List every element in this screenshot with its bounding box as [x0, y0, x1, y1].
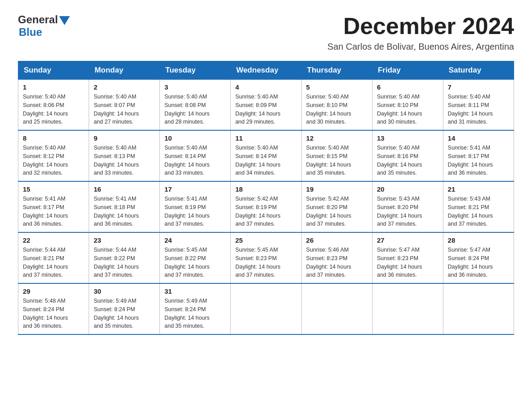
header-friday: Friday [372, 61, 443, 80]
day-info: Sunrise: 5:40 AMSunset: 8:09 PMDaylight:… [235, 93, 296, 126]
day-info: Sunrise: 5:47 AMSunset: 8:23 PMDaylight:… [377, 246, 438, 279]
day-info: Sunrise: 5:45 AMSunset: 8:22 PMDaylight:… [164, 246, 226, 279]
calendar-cell: 22Sunrise: 5:44 AMSunset: 8:21 PMDayligh… [18, 232, 89, 283]
calendar-cell: 24Sunrise: 5:45 AMSunset: 8:22 PMDayligh… [160, 232, 231, 283]
day-info: Sunrise: 5:46 AMSunset: 8:23 PMDaylight:… [306, 246, 368, 279]
calendar-week-row: 8Sunrise: 5:40 AMSunset: 8:12 PMDaylight… [18, 130, 514, 181]
page-header: General Blue December 2024 San Carlos de… [18, 13, 514, 52]
day-number: 26 [306, 236, 368, 244]
calendar-cell: 20Sunrise: 5:43 AMSunset: 8:20 PMDayligh… [372, 181, 443, 232]
day-number: 8 [23, 134, 84, 142]
header-saturday: Saturday [443, 61, 514, 80]
day-number: 25 [235, 236, 296, 244]
header-tuesday: Tuesday [160, 61, 231, 80]
day-info: Sunrise: 5:40 AMSunset: 8:16 PMDaylight:… [377, 144, 438, 177]
day-info: Sunrise: 5:44 AMSunset: 8:22 PMDaylight:… [94, 246, 155, 279]
day-info: Sunrise: 5:40 AMSunset: 8:07 PMDaylight:… [94, 93, 155, 126]
day-number: 16 [94, 185, 155, 193]
day-number: 23 [94, 236, 155, 244]
logo-triangle-icon [59, 16, 70, 25]
day-number: 13 [377, 134, 438, 142]
day-number: 9 [94, 134, 155, 142]
day-number: 21 [448, 185, 509, 193]
calendar-cell: 8Sunrise: 5:40 AMSunset: 8:12 PMDaylight… [18, 130, 89, 181]
calendar-week-row: 22Sunrise: 5:44 AMSunset: 8:21 PMDayligh… [18, 232, 514, 283]
day-info: Sunrise: 5:40 AMSunset: 8:14 PMDaylight:… [235, 144, 296, 177]
location-subtitle: San Carlos de Bolivar, Buenos Aires, Arg… [327, 42, 514, 52]
day-info: Sunrise: 5:47 AMSunset: 8:24 PMDaylight:… [448, 246, 509, 279]
day-number: 20 [377, 185, 438, 193]
day-info: Sunrise: 5:40 AMSunset: 8:10 PMDaylight:… [377, 93, 438, 126]
calendar-cell [301, 283, 372, 334]
calendar-cell: 3Sunrise: 5:40 AMSunset: 8:08 PMDaylight… [160, 80, 231, 131]
calendar-cell: 27Sunrise: 5:47 AMSunset: 8:23 PMDayligh… [372, 232, 443, 283]
title-section: December 2024 San Carlos de Bolivar, Bue… [327, 13, 514, 52]
calendar-cell [372, 283, 443, 334]
calendar-cell: 23Sunrise: 5:44 AMSunset: 8:22 PMDayligh… [89, 232, 160, 283]
day-info: Sunrise: 5:45 AMSunset: 8:23 PMDaylight:… [235, 246, 296, 279]
day-number: 31 [164, 287, 226, 295]
day-info: Sunrise: 5:41 AMSunset: 8:17 PMDaylight:… [23, 195, 84, 228]
calendar-cell: 15Sunrise: 5:41 AMSunset: 8:17 PMDayligh… [18, 181, 89, 232]
calendar-cell: 5Sunrise: 5:40 AMSunset: 8:10 PMDaylight… [301, 80, 372, 131]
day-info: Sunrise: 5:40 AMSunset: 8:15 PMDaylight:… [306, 144, 368, 177]
calendar-cell: 31Sunrise: 5:49 AMSunset: 8:24 PMDayligh… [160, 283, 231, 334]
day-info: Sunrise: 5:41 AMSunset: 8:18 PMDaylight:… [94, 195, 155, 228]
calendar-cell: 9Sunrise: 5:40 AMSunset: 8:13 PMDaylight… [89, 130, 160, 181]
header-monday: Monday [89, 61, 160, 80]
day-info: Sunrise: 5:40 AMSunset: 8:14 PMDaylight:… [164, 144, 226, 177]
calendar-cell: 1Sunrise: 5:40 AMSunset: 8:06 PMDaylight… [18, 80, 89, 131]
calendar-cell: 7Sunrise: 5:40 AMSunset: 8:11 PMDaylight… [443, 80, 514, 131]
day-info: Sunrise: 5:40 AMSunset: 8:12 PMDaylight:… [23, 144, 84, 177]
day-number: 14 [448, 134, 509, 142]
calendar-week-row: 15Sunrise: 5:41 AMSunset: 8:17 PMDayligh… [18, 181, 514, 232]
calendar-cell: 30Sunrise: 5:49 AMSunset: 8:24 PMDayligh… [89, 283, 160, 334]
calendar-cell: 6Sunrise: 5:40 AMSunset: 8:10 PMDaylight… [372, 80, 443, 131]
calendar-week-row: 29Sunrise: 5:48 AMSunset: 8:24 PMDayligh… [18, 283, 514, 334]
day-info: Sunrise: 5:40 AMSunset: 8:06 PMDaylight:… [23, 93, 84, 126]
calendar-cell: 14Sunrise: 5:41 AMSunset: 8:17 PMDayligh… [443, 130, 514, 181]
calendar-cell: 29Sunrise: 5:48 AMSunset: 8:24 PMDayligh… [18, 283, 89, 334]
day-number: 17 [164, 185, 226, 193]
calendar-cell: 16Sunrise: 5:41 AMSunset: 8:18 PMDayligh… [89, 181, 160, 232]
day-info: Sunrise: 5:41 AMSunset: 8:19 PMDaylight:… [164, 195, 226, 228]
day-info: Sunrise: 5:49 AMSunset: 8:24 PMDaylight:… [94, 297, 155, 330]
day-info: Sunrise: 5:48 AMSunset: 8:24 PMDaylight:… [23, 297, 84, 330]
calendar-header-row: SundayMondayTuesdayWednesdayThursdayFrid… [18, 61, 514, 80]
day-number: 30 [94, 287, 155, 295]
day-number: 15 [23, 185, 84, 193]
calendar-cell [231, 283, 301, 334]
day-number: 19 [306, 185, 368, 193]
calendar-week-row: 1Sunrise: 5:40 AMSunset: 8:06 PMDaylight… [18, 80, 514, 131]
month-year-title: December 2024 [327, 13, 514, 39]
header-sunday: Sunday [18, 61, 89, 80]
calendar-cell: 2Sunrise: 5:40 AMSunset: 8:07 PMDaylight… [89, 80, 160, 131]
logo-general-text: General [18, 13, 58, 26]
day-info: Sunrise: 5:40 AMSunset: 8:10 PMDaylight:… [306, 93, 368, 126]
calendar-cell: 13Sunrise: 5:40 AMSunset: 8:16 PMDayligh… [372, 130, 443, 181]
day-info: Sunrise: 5:40 AMSunset: 8:08 PMDaylight:… [164, 93, 226, 126]
day-number: 22 [23, 236, 84, 244]
calendar-cell: 18Sunrise: 5:42 AMSunset: 8:19 PMDayligh… [231, 181, 301, 232]
day-number: 29 [23, 287, 84, 295]
calendar-table: SundayMondayTuesdayWednesdayThursdayFrid… [18, 61, 514, 335]
day-number: 6 [377, 83, 438, 91]
header-wednesday: Wednesday [231, 61, 301, 80]
day-number: 11 [235, 134, 296, 142]
header-thursday: Thursday [301, 61, 372, 80]
calendar-cell [443, 283, 514, 334]
day-info: Sunrise: 5:43 AMSunset: 8:21 PMDaylight:… [448, 195, 509, 228]
calendar-cell: 25Sunrise: 5:45 AMSunset: 8:23 PMDayligh… [231, 232, 301, 283]
calendar-cell: 28Sunrise: 5:47 AMSunset: 8:24 PMDayligh… [443, 232, 514, 283]
day-number: 5 [306, 83, 368, 91]
day-number: 1 [23, 83, 84, 91]
day-number: 18 [235, 185, 296, 193]
day-info: Sunrise: 5:44 AMSunset: 8:21 PMDaylight:… [23, 246, 84, 279]
calendar-cell: 26Sunrise: 5:46 AMSunset: 8:23 PMDayligh… [301, 232, 372, 283]
calendar-cell: 12Sunrise: 5:40 AMSunset: 8:15 PMDayligh… [301, 130, 372, 181]
day-number: 2 [94, 83, 155, 91]
day-info: Sunrise: 5:49 AMSunset: 8:24 PMDaylight:… [164, 297, 226, 330]
day-number: 3 [164, 83, 226, 91]
day-info: Sunrise: 5:40 AMSunset: 8:13 PMDaylight:… [94, 144, 155, 177]
day-info: Sunrise: 5:40 AMSunset: 8:11 PMDaylight:… [448, 93, 509, 126]
